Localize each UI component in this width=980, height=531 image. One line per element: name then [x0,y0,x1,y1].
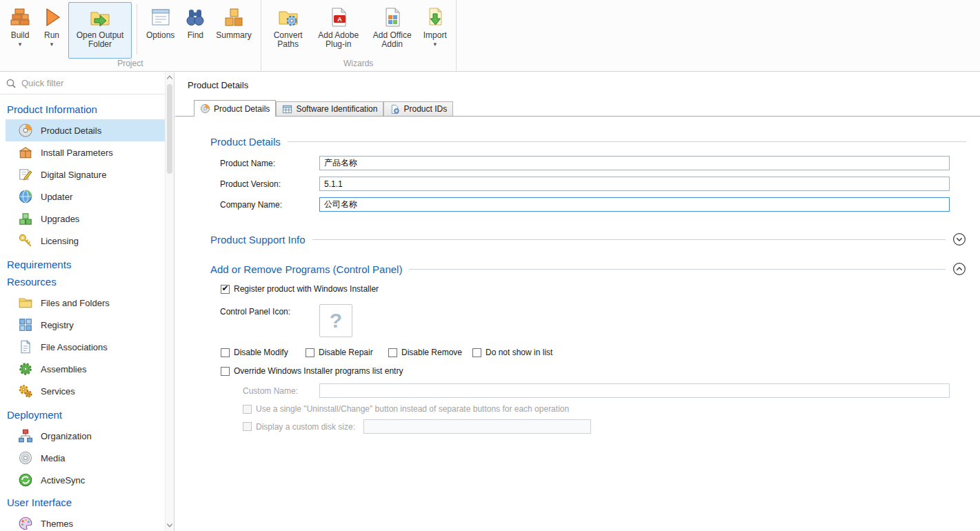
register-product-row: Register product with Windows Installer [221,284,966,294]
sidebar-section-product-information[interactable]: Product Information [7,103,165,115]
do-not-show-checkbox[interactable] [472,348,481,357]
quick-filter-input[interactable] [21,78,168,88]
sidebar-item-label: Updater [41,192,72,202]
files-and-folders-icon [18,295,33,310]
custom-name-label: Custom Name: [243,386,310,396]
sidebar-item-services[interactable]: Services [6,380,165,402]
search-icon [6,78,17,89]
ribbon-group-project: Build ▾ Run ▾ Open Output Folder Options… [0,0,261,71]
disable-modify-label: Disable Modify [234,348,288,357]
add-adobe-plugin-button[interactable]: A Add Adobe Plug-in [312,2,366,59]
scroll-down-icon[interactable] [166,521,174,530]
sidebar-item-label: Media [41,453,65,463]
ribbon-group-label-wizards: Wizards [261,59,456,71]
build-button[interactable]: Build ▾ [5,2,35,59]
sidebar-item-activesync[interactable]: ActiveSync [6,469,165,491]
company-name-input[interactable] [319,197,950,212]
override-label: Override Windows Installer programs list… [234,366,403,376]
do-not-show-label: Do not show in list [486,348,552,357]
custom-disk-size-checkbox[interactable] [243,422,252,431]
sidebar-section-deployment[interactable]: Deployment [7,409,165,421]
expand-section-button[interactable] [952,232,966,246]
sidebar-item-digital-signature[interactable]: Digital Signature [6,163,165,186]
sidebar-item-file-associations[interactable]: File Associations [6,336,165,358]
scrollbar-thumb[interactable] [167,84,172,174]
scroll-up-icon[interactable] [166,73,174,83]
ribbon: Build ▾ Run ▾ Open Output Folder Options… [0,0,980,72]
run-button[interactable]: Run ▾ [37,2,67,59]
sidebar-item-label: Digital Signature [41,170,106,180]
import-icon [424,6,446,28]
sidebar-item-files-and-folders[interactable]: Files and Folders [6,292,165,314]
collapse-section-button[interactable] [952,262,966,276]
custom-disk-size-input[interactable] [363,419,591,434]
open-output-folder-icon [89,6,111,28]
sidebar-item-themes[interactable]: Themes [6,512,165,531]
company-name-row: Company Name: [220,197,950,212]
tab-product-details[interactable]: Product Details [194,100,276,117]
custom-disk-size-row: Display a custom disk size: [243,419,966,434]
sidebar-section-resources[interactable]: Resources [7,276,165,288]
import-label: Import [423,31,447,40]
single-button-checkbox[interactable] [243,405,252,414]
product-name-input[interactable] [319,156,950,170]
sidebar-item-label: Registry [41,320,74,330]
sidebar-scrollbar[interactable] [165,72,174,531]
sidebar-item-media[interactable]: Media [6,447,165,469]
sidebar-list: Product Information Product Details Inst… [0,95,165,531]
services-icon [18,383,33,399]
sidebar-item-upgrades[interactable]: Upgrades [6,208,165,230]
sidebar-item-licensing[interactable]: Licensing [6,230,165,252]
disable-repair-checkbox[interactable] [306,348,314,357]
ribbon-group-wizards: Convert Paths A Add Adobe Plug-in Add Of… [261,0,457,71]
custom-name-input[interactable] [319,383,950,398]
disable-modify-checkbox[interactable] [221,348,230,357]
sidebar-item-product-details[interactable]: Product Details [6,119,165,141]
add-office-addin-button[interactable]: Add Office Addin [367,2,418,59]
dropdown-arrow-icon: ▾ [433,41,437,48]
software-identification-tab-icon [282,104,292,114]
import-button[interactable]: Import ▾ [419,2,451,59]
override-checkbox[interactable] [221,367,230,376]
section-rule [312,239,946,240]
convert-paths-label: Convert Paths [270,31,306,49]
disable-modify-option: Disable Modify [221,348,306,357]
sidebar-item-install-parameters[interactable]: Install Parameters [6,141,165,163]
activesync-icon [18,472,33,488]
disable-repair-option: Disable Repair [306,348,388,357]
find-button[interactable]: Find [180,2,210,59]
register-product-checkbox[interactable] [221,285,230,294]
sidebar-item-label: Organization [41,431,92,441]
tab-label: Software Identification [296,104,377,114]
tab-software-identification[interactable]: Software Identification [276,101,383,116]
sidebar-item-registry[interactable]: Registry [6,314,165,336]
sidebar-item-updater[interactable]: Updater [6,186,165,208]
control-panel-icon-row: Control Panel Icon: ? [220,304,950,337]
sidebar-section-user-interface[interactable]: User Interface [7,497,165,508]
summary-button[interactable]: Summary [212,2,255,59]
sidebar-item-organization[interactable]: Organization [6,425,165,447]
find-label: Find [188,31,203,40]
updater-icon [18,189,33,204]
product-version-input[interactable] [319,177,950,191]
open-output-folder-button[interactable]: Open Output Folder [68,2,132,59]
control-panel-icon-picker[interactable]: ? [319,304,352,337]
tab-product-ids[interactable]: Product IDs [383,101,453,116]
product-version-row: Product Version: [220,177,950,191]
convert-paths-button[interactable]: Convert Paths [266,2,310,59]
sidebar-item-assemblies[interactable]: Assemblies [6,358,165,380]
section-title: Product Details [210,136,281,148]
disable-remove-checkbox[interactable] [388,348,397,357]
themes-icon [18,516,33,531]
disable-remove-option: Disable Remove [388,348,472,357]
sidebar-section-requirements[interactable]: Requirements [7,259,165,270]
options-button[interactable]: Options [142,2,179,59]
product-name-row: Product Name: [220,156,950,170]
disable-remove-label: Disable Remove [401,348,462,357]
product-version-label: Product Version: [220,179,310,189]
build-icon [9,6,31,28]
add-adobe-plugin-icon: A [328,6,350,28]
registry-icon [18,317,33,332]
add-adobe-plugin-label: Add Adobe Plug-in [316,31,361,49]
tab-label: Product IDs [403,104,447,114]
